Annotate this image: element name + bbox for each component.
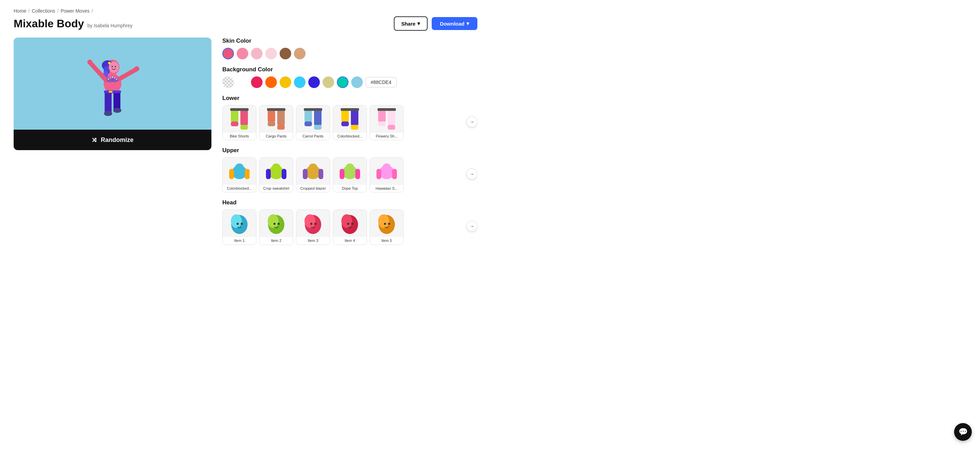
skin-color-swatch[interactable] bbox=[222, 48, 234, 59]
svg-point-78 bbox=[278, 223, 280, 225]
item-card[interactable]: Hawaiian S... bbox=[370, 157, 404, 193]
svg-rect-64 bbox=[340, 169, 344, 179]
svg-point-12 bbox=[109, 61, 119, 73]
background-color-swatch[interactable] bbox=[222, 76, 234, 88]
background-color-swatch[interactable] bbox=[265, 76, 277, 88]
lower-items-row: Bike Shorts Cargo Pants Carrot Pants Col… bbox=[222, 105, 477, 140]
item-card[interactable]: Colorblocked... bbox=[222, 157, 256, 193]
item-card[interactable]: Item 3 bbox=[296, 210, 330, 245]
item-card[interactable]: Cargo Pants bbox=[259, 105, 293, 140]
svg-point-72 bbox=[231, 214, 242, 228]
share-button[interactable]: Share ▾ bbox=[394, 16, 428, 31]
skin-color-swatch[interactable] bbox=[251, 48, 262, 59]
shuffle-icon: ⤨ bbox=[91, 136, 97, 144]
background-color-swatch[interactable] bbox=[351, 76, 363, 88]
item-label: Crop sweatshirt bbox=[261, 185, 291, 192]
background-color-swatches: #88CDE4 bbox=[222, 76, 477, 88]
svg-point-5 bbox=[104, 111, 112, 116]
item-label: Cropped blazer bbox=[298, 185, 328, 192]
skin-color-swatch[interactable] bbox=[294, 48, 305, 59]
svg-rect-37 bbox=[314, 109, 321, 126]
svg-point-58 bbox=[272, 163, 280, 170]
item-label: Carrot Pants bbox=[301, 133, 326, 140]
svg-rect-28 bbox=[230, 108, 248, 111]
upper-scroll-right[interactable]: → bbox=[466, 169, 477, 180]
svg-rect-27 bbox=[240, 109, 248, 126]
left-panel: ⤨ Randomize bbox=[14, 38, 212, 245]
svg-point-85 bbox=[347, 223, 349, 225]
item-label: Dope Top bbox=[340, 185, 360, 192]
item-label: Item 5 bbox=[380, 237, 394, 244]
background-color-swatch[interactable] bbox=[280, 76, 291, 88]
svg-rect-4 bbox=[109, 91, 113, 93]
svg-point-81 bbox=[310, 223, 312, 225]
item-card[interactable]: Crop sweatshirt bbox=[259, 157, 293, 193]
breadcrumb-home[interactable]: Home bbox=[14, 8, 26, 14]
svg-point-77 bbox=[274, 223, 275, 225]
upper-label: Upper bbox=[222, 147, 477, 154]
item-card[interactable]: Cropped blazer bbox=[296, 157, 330, 193]
head-scroll-right[interactable]: → bbox=[466, 221, 477, 232]
item-label: Colorblocked... bbox=[225, 185, 254, 192]
background-color-swatch[interactable] bbox=[323, 76, 334, 88]
item-card[interactable]: Dope Top bbox=[333, 157, 367, 193]
randomize-button[interactable]: ⤨ Randomize bbox=[14, 130, 212, 150]
svg-rect-61 bbox=[318, 169, 323, 179]
head-label: Head bbox=[222, 199, 477, 206]
svg-rect-32 bbox=[277, 109, 285, 126]
svg-point-73 bbox=[237, 223, 239, 225]
character-illustration bbox=[78, 43, 146, 124]
item-card[interactable]: Item 4 bbox=[333, 210, 367, 245]
svg-rect-38 bbox=[304, 108, 322, 111]
item-label: Item 4 bbox=[343, 237, 357, 244]
svg-point-70 bbox=[383, 163, 391, 170]
item-card[interactable]: Item 2 bbox=[259, 210, 293, 245]
svg-rect-69 bbox=[392, 169, 397, 179]
item-card[interactable]: Colorblocked... bbox=[333, 105, 367, 140]
svg-rect-49 bbox=[378, 121, 386, 126]
item-card[interactable]: Carrot Pants bbox=[296, 105, 330, 140]
background-color-swatch[interactable] bbox=[251, 76, 262, 88]
item-card[interactable]: Item 5 bbox=[370, 210, 404, 245]
page-title: Mixable Body bbox=[14, 18, 84, 30]
svg-rect-45 bbox=[351, 125, 358, 130]
svg-point-24 bbox=[114, 78, 116, 79]
background-color-swatch[interactable] bbox=[308, 76, 320, 88]
svg-point-25 bbox=[116, 78, 117, 80]
svg-point-84 bbox=[341, 214, 352, 228]
lower-scroll-right[interactable]: → bbox=[466, 116, 477, 127]
item-card[interactable]: Flowery Sh... bbox=[370, 105, 404, 140]
item-label: Item 1 bbox=[232, 237, 247, 244]
background-color-swatch[interactable] bbox=[294, 76, 305, 88]
svg-point-62 bbox=[309, 163, 317, 170]
svg-rect-48 bbox=[377, 108, 396, 111]
svg-point-82 bbox=[314, 223, 317, 225]
svg-rect-43 bbox=[340, 108, 359, 111]
item-label: Colorblocked... bbox=[335, 133, 364, 140]
skin-color-swatch[interactable] bbox=[280, 48, 291, 59]
svg-point-66 bbox=[346, 163, 354, 170]
skin-color-swatch[interactable] bbox=[265, 48, 277, 59]
svg-rect-35 bbox=[277, 125, 285, 130]
download-button[interactable]: Download ▾ bbox=[432, 17, 477, 30]
svg-rect-60 bbox=[303, 169, 307, 179]
svg-point-13 bbox=[111, 66, 113, 67]
item-label: Bike Shorts bbox=[228, 133, 251, 140]
item-card[interactable]: Item 1 bbox=[222, 210, 256, 245]
breadcrumb-power-moves[interactable]: Power Moves bbox=[61, 8, 90, 14]
svg-point-6 bbox=[113, 108, 121, 113]
background-color-swatch[interactable] bbox=[337, 76, 348, 88]
svg-point-16 bbox=[87, 60, 92, 65]
svg-point-80 bbox=[304, 214, 315, 228]
background-color-swatch[interactable] bbox=[237, 76, 248, 88]
svg-rect-68 bbox=[377, 169, 381, 179]
skin-color-swatch[interactable] bbox=[237, 48, 248, 59]
hex-value-badge: #88CDE4 bbox=[366, 77, 396, 88]
item-label: Cargo Pants bbox=[264, 133, 288, 140]
breadcrumb-collections[interactable]: Collections bbox=[32, 8, 55, 14]
svg-point-21 bbox=[108, 78, 109, 80]
svg-point-86 bbox=[351, 223, 353, 225]
item-card[interactable]: Bike Shorts bbox=[222, 105, 256, 140]
preview-area bbox=[14, 38, 212, 130]
svg-point-54 bbox=[235, 163, 243, 170]
